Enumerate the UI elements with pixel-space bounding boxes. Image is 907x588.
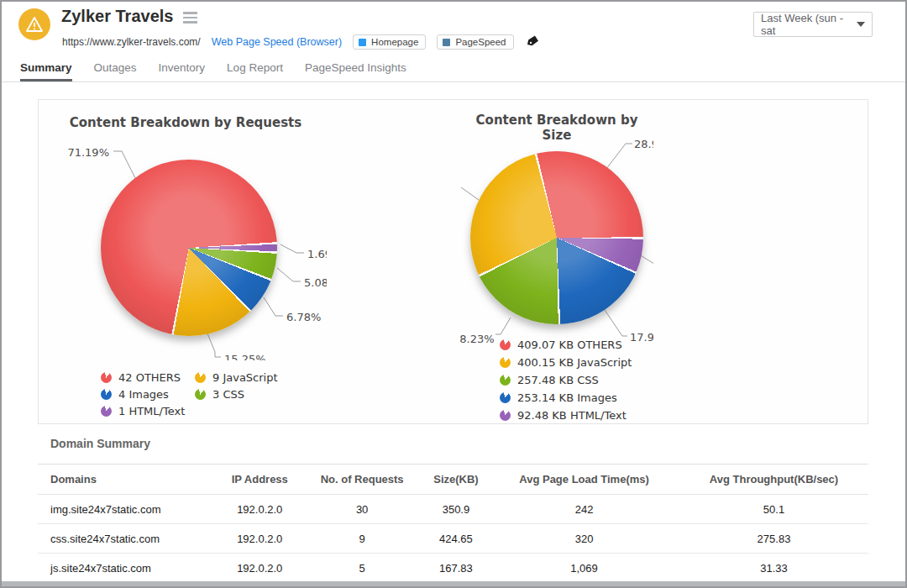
monitor-header: Zylker Travels https://www.zylker-travel… <box>0 0 907 59</box>
table-header-row: Domains IP Address No. of Requests Size(… <box>38 465 868 495</box>
pie-label-css-pct: 18.23% <box>460 333 495 345</box>
col-domains: Domains <box>38 465 218 495</box>
pie-red-icon <box>500 339 511 350</box>
col-ip-address: IP Address <box>218 465 301 495</box>
col-avg-page-load-time: Avg Page Load Time(ms) <box>489 465 679 495</box>
pie-purple-icon <box>500 410 511 421</box>
legend-item-images[interactable]: 253.14 KB Images <box>500 391 632 404</box>
table-row: img.site24x7static.com 192.0.2.0 30 350.… <box>38 495 868 524</box>
pie-purple-icon <box>101 406 112 417</box>
legend-label: 3 CSS <box>212 388 244 401</box>
pie-blue-icon <box>500 392 511 403</box>
monitor-status-badge <box>18 8 50 40</box>
pie-label-others-pct: 71.19% <box>61 146 109 159</box>
size-chart-area: Content Breakdown by Size 28.96% 17.92% … <box>460 104 653 356</box>
table-row: js.site24x7static.com 192.0.2.0 5 167.83… <box>38 554 868 583</box>
tab-log-report[interactable]: Log Report <box>227 61 283 81</box>
cell-ip: 192.0.2.0 <box>218 495 301 524</box>
legend-label: 1 HTML/Text <box>118 405 185 417</box>
cell-requests: 9 <box>301 524 423 554</box>
cell-requests: 30 <box>301 495 423 524</box>
pie-label-others-pct: 28.96% <box>634 138 653 150</box>
requests-chart-area: Content Breakdown by Requests 71.19% 1.6… <box>45 104 327 360</box>
legend-item-javascript[interactable]: 400.15 KB JavaScript <box>500 356 632 369</box>
col-size-kb: Size(KB) <box>423 465 489 495</box>
size-pie-chart[interactable] <box>470 151 643 324</box>
legend-label: 409.07 KB OTHERS <box>517 339 622 351</box>
monitor-url: https://www.zylker-travels.com/ <box>62 36 201 48</box>
cell-domain: js.site24x7static.com <box>38 554 218 583</box>
table-row: css.site24x7static.com 192.0.2.0 9 424.6… <box>38 524 868 554</box>
pie-label-images-pct: 6.78% <box>286 311 321 323</box>
legend-item-others[interactable]: 42 OTHERS <box>101 371 195 384</box>
page-title: Zylker Travels <box>61 7 173 26</box>
legend-item-images[interactable]: 4 Images <box>101 388 195 401</box>
legend-item-html[interactable]: 92.48 KB HTML/Text <box>500 409 632 422</box>
domain-summary-table: Domains IP Address No. of Requests Size(… <box>38 464 868 583</box>
pie-green-icon <box>195 389 206 400</box>
pagespeed-tag-square-icon <box>443 39 450 46</box>
legend-label: 4 Images <box>118 388 169 401</box>
time-period-value: Last Week (sun - sat <box>761 12 853 37</box>
cell-load-time: 320 <box>489 524 679 554</box>
tag-icon[interactable] <box>527 34 539 50</box>
cell-size: 350.9 <box>423 495 489 524</box>
cell-throughput: 50.1 <box>679 495 868 524</box>
hamburger-icon[interactable] <box>183 9 197 24</box>
pie-blue-icon <box>101 389 112 400</box>
horizontal-scrollbar[interactable] <box>2 581 905 586</box>
tag-chip-label: Homepage <box>371 37 418 47</box>
cell-size: 424.65 <box>423 524 489 554</box>
tag-chip-pagespeed[interactable]: PageSpeed <box>437 34 513 50</box>
cell-ip: 192.0.2.0 <box>218 524 301 554</box>
legend-item-css[interactable]: 257.48 KB CSS <box>500 374 632 386</box>
cell-requests: 5 <box>301 554 423 583</box>
cell-throughput: 31.33 <box>679 554 868 583</box>
col-no-of-requests: No. of Requests <box>301 465 423 495</box>
pie-yellow-icon <box>195 372 206 383</box>
pie-red-icon <box>101 372 112 383</box>
pie-label-images-pct: 17.92% <box>630 331 653 344</box>
time-period-dropdown[interactable]: Last Week (sun - sat <box>753 12 873 37</box>
tab-summary[interactable]: Summary <box>20 61 72 81</box>
legend-item-css[interactable]: 3 CSS <box>195 388 278 401</box>
pie-label-css-pct: 5.08% <box>304 276 327 289</box>
homepage-tag-square-icon <box>359 39 366 46</box>
cell-load-time: 1,069 <box>489 554 679 583</box>
tag-chip-homepage[interactable]: Homepage <box>353 34 426 50</box>
cell-throughput: 275.83 <box>679 524 868 554</box>
legend-label: 257.48 KB CSS <box>517 374 599 386</box>
content-breakdown-panel: Content Breakdown by Requests 71.19% 1.6… <box>38 99 868 424</box>
pie-yellow-icon <box>500 357 511 368</box>
tab-pagespeed-insights[interactable]: PageSpeed Insights <box>305 61 406 81</box>
requests-pie-chart[interactable] <box>101 160 277 336</box>
warning-icon <box>25 16 44 33</box>
cell-size: 167.83 <box>423 554 489 583</box>
pie-label-javascript-pct: 15.25% <box>224 353 266 360</box>
legend-item-javascript[interactable]: 9 JavaScript <box>195 371 278 384</box>
cell-ip: 192.0.2.0 <box>218 554 301 583</box>
chevron-down-icon <box>857 22 865 27</box>
cell-load-time: 242 <box>489 495 679 524</box>
tab-inventory[interactable]: Inventory <box>159 61 206 81</box>
legend-label: 42 OTHERS <box>118 371 181 384</box>
tab-outages[interactable]: Outages <box>94 61 137 81</box>
legend-item-others[interactable]: 409.07 KB OTHERS <box>500 339 632 351</box>
legend-label: 253.14 KB Images <box>517 391 617 404</box>
pie-label-html-pct: 1.69% <box>307 248 327 260</box>
size-pie-widget: Content Breakdown by Size 28.96% 17.92% … <box>460 104 653 420</box>
domain-summary-title: Domain Summary <box>50 437 150 450</box>
tab-bar: Summary Outages Inventory Log Report Pag… <box>0 59 907 82</box>
legend-item-html[interactable]: 1 HTML/Text <box>101 405 195 417</box>
requests-legend: 42 OTHERS 9 JavaScript 4 Images 3 CSS 1 … <box>101 371 278 417</box>
tag-chip-label: PageSpeed <box>455 37 506 47</box>
requests-pie-widget: Content Breakdown by Requests 71.19% 1.6… <box>45 104 327 420</box>
legend-label: 92.48 KB HTML/Text <box>517 409 627 422</box>
cell-domain: img.site24x7static.com <box>38 495 218 524</box>
cell-domain: css.site24x7static.com <box>38 524 218 554</box>
size-legend: 409.07 KB OTHERS 400.15 KB JavaScript 25… <box>500 339 632 422</box>
web-page-speed-link[interactable]: Web Page Speed (Browser) <box>212 36 342 48</box>
pie-green-icon <box>500 375 511 386</box>
col-avg-throughput: Avg Throughput(KB/sec) <box>679 465 868 495</box>
legend-label: 400.15 KB JavaScript <box>517 356 632 369</box>
